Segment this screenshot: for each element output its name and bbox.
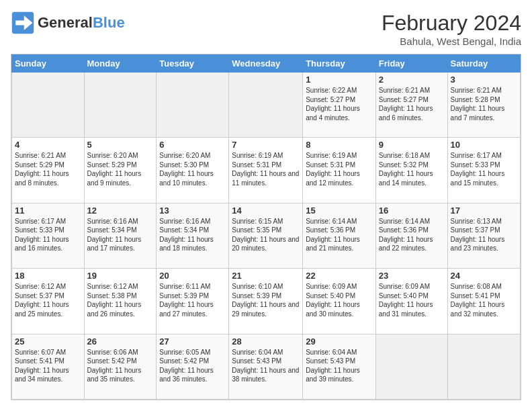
calendar-cell: 14Sunrise: 6:15 AM Sunset: 5:35 PM Dayli… — [229, 203, 303, 268]
calendar-cell: 24Sunrise: 6:08 AM Sunset: 5:41 PM Dayli… — [447, 269, 520, 334]
logo-icon — [11, 11, 35, 35]
cell-sun-info: Sunrise: 6:16 AM Sunset: 5:34 PM Dayligh… — [159, 217, 226, 253]
day-number: 10 — [451, 140, 517, 150]
weekday-header-friday: Friday — [375, 55, 447, 73]
day-number: 11 — [15, 205, 81, 216]
calendar-cell — [157, 73, 229, 138]
month-year: February 2024 — [382, 11, 521, 36]
calendar-cell: 21Sunrise: 6:10 AM Sunset: 5:39 PM Dayli… — [229, 269, 303, 334]
weekday-header-sunday: Sunday — [12, 55, 85, 73]
cell-sun-info: Sunrise: 6:20 AM Sunset: 5:29 PM Dayligh… — [87, 151, 154, 187]
calendar-cell: 13Sunrise: 6:16 AM Sunset: 5:34 PM Dayli… — [157, 203, 229, 268]
calendar-cell: 19Sunrise: 6:12 AM Sunset: 5:38 PM Dayli… — [84, 269, 157, 334]
calendar-cell: 22Sunrise: 6:09 AM Sunset: 5:40 PM Dayli… — [303, 269, 376, 334]
cell-sun-info: Sunrise: 6:16 AM Sunset: 5:34 PM Dayligh… — [87, 217, 154, 253]
calendar-cell — [12, 73, 85, 138]
calendar-cell — [447, 334, 520, 399]
calendar-body: 1Sunrise: 6:22 AM Sunset: 5:27 PM Daylig… — [12, 73, 521, 400]
day-number: 15 — [306, 205, 373, 216]
cell-sun-info: Sunrise: 6:08 AM Sunset: 5:41 PM Dayligh… — [451, 282, 517, 318]
day-number: 25 — [15, 336, 81, 347]
calendar-cell: 5Sunrise: 6:20 AM Sunset: 5:29 PM Daylig… — [84, 138, 157, 203]
calendar-cell: 16Sunrise: 6:14 AM Sunset: 5:36 PM Dayli… — [375, 203, 447, 268]
cell-sun-info: Sunrise: 6:04 AM Sunset: 5:43 PM Dayligh… — [232, 348, 300, 384]
logo: GeneralBlue — [11, 11, 125, 35]
calendar-cell: 12Sunrise: 6:16 AM Sunset: 5:34 PM Dayli… — [84, 203, 157, 268]
day-number: 5 — [87, 140, 154, 150]
calendar-cell: 17Sunrise: 6:13 AM Sunset: 5:37 PM Dayli… — [447, 203, 520, 268]
calendar-cell: 3Sunrise: 6:21 AM Sunset: 5:28 PM Daylig… — [447, 73, 520, 138]
calendar-cell: 1Sunrise: 6:22 AM Sunset: 5:27 PM Daylig… — [303, 73, 376, 138]
cell-sun-info: Sunrise: 6:12 AM Sunset: 5:38 PM Dayligh… — [87, 282, 154, 318]
day-number: 2 — [379, 75, 445, 85]
calendar-cell: 10Sunrise: 6:17 AM Sunset: 5:33 PM Dayli… — [447, 138, 520, 203]
cell-sun-info: Sunrise: 6:19 AM Sunset: 5:31 PM Dayligh… — [232, 151, 300, 187]
week-row-1: 1Sunrise: 6:22 AM Sunset: 5:27 PM Daylig… — [12, 73, 521, 138]
day-number: 26 — [87, 336, 154, 347]
calendar-cell: 4Sunrise: 6:21 AM Sunset: 5:29 PM Daylig… — [12, 138, 85, 203]
calendar-cell: 27Sunrise: 6:05 AM Sunset: 5:42 PM Dayli… — [157, 334, 229, 399]
cell-sun-info: Sunrise: 6:17 AM Sunset: 5:33 PM Dayligh… — [451, 151, 517, 187]
cell-sun-info: Sunrise: 6:21 AM Sunset: 5:29 PM Dayligh… — [15, 151, 81, 187]
day-number: 24 — [451, 271, 517, 281]
day-number: 8 — [306, 140, 373, 150]
day-number: 20 — [159, 271, 226, 281]
calendar-cell: 2Sunrise: 6:21 AM Sunset: 5:27 PM Daylig… — [375, 73, 447, 138]
week-row-3: 11Sunrise: 6:17 AM Sunset: 5:33 PM Dayli… — [12, 203, 521, 268]
cell-sun-info: Sunrise: 6:09 AM Sunset: 5:40 PM Dayligh… — [379, 282, 445, 318]
week-row-5: 25Sunrise: 6:07 AM Sunset: 5:41 PM Dayli… — [12, 334, 521, 399]
week-row-4: 18Sunrise: 6:12 AM Sunset: 5:37 PM Dayli… — [12, 269, 521, 334]
day-number: 19 — [87, 271, 154, 281]
cell-sun-info: Sunrise: 6:15 AM Sunset: 5:35 PM Dayligh… — [232, 217, 300, 253]
day-number: 16 — [379, 205, 445, 216]
day-number: 23 — [379, 271, 445, 281]
day-number: 17 — [451, 205, 517, 216]
cell-sun-info: Sunrise: 6:09 AM Sunset: 5:40 PM Dayligh… — [306, 282, 373, 318]
day-number: 13 — [159, 205, 226, 216]
calendar-cell: 6Sunrise: 6:20 AM Sunset: 5:30 PM Daylig… — [157, 138, 229, 203]
calendar-cell: 18Sunrise: 6:12 AM Sunset: 5:37 PM Dayli… — [12, 269, 85, 334]
calendar-cell: 28Sunrise: 6:04 AM Sunset: 5:43 PM Dayli… — [229, 334, 303, 399]
calendar-cell — [229, 73, 303, 138]
day-number: 7 — [232, 140, 300, 150]
header: GeneralBlue February 2024 Bahula, West B… — [11, 11, 521, 47]
location: Bahula, West Bengal, India — [382, 36, 521, 47]
logo-general-text: General — [38, 14, 93, 31]
week-row-2: 4Sunrise: 6:21 AM Sunset: 5:29 PM Daylig… — [12, 138, 521, 203]
day-number: 29 — [306, 336, 373, 347]
cell-sun-info: Sunrise: 6:20 AM Sunset: 5:30 PM Dayligh… — [159, 151, 226, 187]
calendar-cell: 20Sunrise: 6:11 AM Sunset: 5:39 PM Dayli… — [157, 269, 229, 334]
calendar-cell: 29Sunrise: 6:04 AM Sunset: 5:43 PM Dayli… — [303, 334, 376, 399]
calendar-cell: 26Sunrise: 6:06 AM Sunset: 5:42 PM Dayli… — [84, 334, 157, 399]
cell-sun-info: Sunrise: 6:13 AM Sunset: 5:37 PM Dayligh… — [451, 217, 517, 253]
title-area: February 2024 Bahula, West Bengal, India — [382, 11, 521, 47]
day-number: 21 — [232, 271, 300, 281]
logo-blue-text: Blue — [93, 14, 125, 31]
cell-sun-info: Sunrise: 6:22 AM Sunset: 5:27 PM Dayligh… — [306, 86, 373, 122]
cell-sun-info: Sunrise: 6:05 AM Sunset: 5:42 PM Dayligh… — [159, 348, 226, 384]
cell-sun-info: Sunrise: 6:17 AM Sunset: 5:33 PM Dayligh… — [15, 217, 81, 253]
day-number: 18 — [15, 271, 81, 281]
calendar-cell: 11Sunrise: 6:17 AM Sunset: 5:33 PM Dayli… — [12, 203, 85, 268]
weekday-header-monday: Monday — [84, 55, 157, 73]
weekday-header-saturday: Saturday — [447, 55, 520, 73]
calendar-cell: 15Sunrise: 6:14 AM Sunset: 5:36 PM Dayli… — [303, 203, 376, 268]
page: GeneralBlue February 2024 Bahula, West B… — [0, 0, 532, 411]
day-number: 9 — [379, 140, 445, 150]
day-number: 3 — [451, 75, 517, 85]
cell-sun-info: Sunrise: 6:06 AM Sunset: 5:42 PM Dayligh… — [87, 348, 154, 384]
cell-sun-info: Sunrise: 6:12 AM Sunset: 5:37 PM Dayligh… — [15, 282, 81, 318]
calendar-cell: 7Sunrise: 6:19 AM Sunset: 5:31 PM Daylig… — [229, 138, 303, 203]
cell-sun-info: Sunrise: 6:18 AM Sunset: 5:32 PM Dayligh… — [379, 151, 445, 187]
calendar-cell: 9Sunrise: 6:18 AM Sunset: 5:32 PM Daylig… — [375, 138, 447, 203]
weekday-header-tuesday: Tuesday — [157, 55, 229, 73]
cell-sun-info: Sunrise: 6:04 AM Sunset: 5:43 PM Dayligh… — [306, 348, 373, 384]
cell-sun-info: Sunrise: 6:14 AM Sunset: 5:36 PM Dayligh… — [306, 217, 373, 253]
cell-sun-info: Sunrise: 6:14 AM Sunset: 5:36 PM Dayligh… — [379, 217, 445, 253]
calendar-cell: 23Sunrise: 6:09 AM Sunset: 5:40 PM Dayli… — [375, 269, 447, 334]
weekday-header-wednesday: Wednesday — [229, 55, 303, 73]
cell-sun-info: Sunrise: 6:07 AM Sunset: 5:41 PM Dayligh… — [15, 348, 81, 384]
calendar-cell — [84, 73, 157, 138]
calendar-cell: 25Sunrise: 6:07 AM Sunset: 5:41 PM Dayli… — [12, 334, 85, 399]
day-number: 28 — [232, 336, 300, 347]
